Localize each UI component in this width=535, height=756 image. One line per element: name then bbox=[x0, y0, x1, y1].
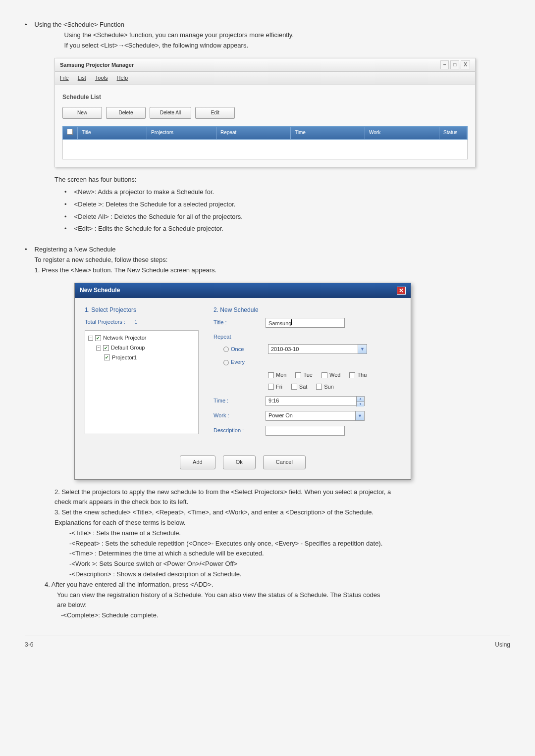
body-text: are below: bbox=[57, 600, 510, 610]
body-text: 2. Select the projectors to apply the ne… bbox=[54, 487, 510, 498]
tree-node[interactable]: Projector1 bbox=[112, 353, 137, 362]
body-text: To register a new schedule, follow these… bbox=[35, 255, 510, 265]
body-text: check mark appears in the check box to i… bbox=[54, 497, 510, 507]
status-item: -<Complete>: Schedule complete. bbox=[61, 610, 510, 621]
tue-checkbox[interactable] bbox=[295, 372, 301, 378]
new-button[interactable]: New bbox=[62, 107, 102, 119]
repeat-label: Repeat bbox=[214, 333, 258, 342]
sat-checkbox[interactable] bbox=[291, 384, 297, 390]
day-label: Sat bbox=[299, 383, 308, 392]
body-text: Using the <Schedule> function, you can m… bbox=[64, 30, 510, 41]
day-label: Thu bbox=[357, 371, 367, 380]
collapse-icon[interactable]: − bbox=[88, 336, 93, 341]
work-dropdown[interactable]: Power On ▼ bbox=[266, 411, 365, 421]
tree-node[interactable]: Network Projector bbox=[103, 334, 146, 343]
spinner-down-icon[interactable]: ▼ bbox=[356, 402, 364, 407]
bullet-icon: • bbox=[64, 200, 67, 210]
work-label: Work : bbox=[214, 411, 258, 420]
header-checkbox[interactable] bbox=[67, 129, 73, 135]
chevron-down-icon[interactable]: ▼ bbox=[355, 411, 364, 420]
page-number: 3-6 bbox=[25, 640, 33, 650]
col-repeat: Repeat bbox=[216, 127, 291, 139]
description-input[interactable] bbox=[266, 426, 345, 436]
day-label: Tue bbox=[303, 371, 313, 380]
total-projectors-value: 1 bbox=[134, 319, 137, 325]
total-projectors-label: Total Projectors : bbox=[85, 319, 125, 325]
minimize-icon[interactable]: – bbox=[440, 60, 449, 69]
list-item: <Edit> : Edits the Schedule for a Schedu… bbox=[74, 224, 223, 234]
delete-button[interactable]: Delete bbox=[106, 107, 146, 119]
thu-checkbox[interactable] bbox=[349, 372, 355, 378]
spinner-up-icon[interactable]: ▲ bbox=[356, 397, 364, 402]
tree-node[interactable]: Default Group bbox=[111, 344, 145, 353]
title-input[interactable]: Samsung bbox=[266, 318, 345, 328]
section-name: Using bbox=[495, 640, 510, 650]
menu-help[interactable]: Help bbox=[117, 74, 128, 83]
dialog-title-text: New Schedule bbox=[80, 286, 120, 295]
collapse-icon[interactable]: − bbox=[96, 346, 101, 351]
col-projectors: Projectors bbox=[147, 127, 216, 139]
select-projectors-heading: 1. Select Projectors bbox=[85, 305, 199, 315]
edit-button[interactable]: Edit bbox=[195, 107, 235, 119]
body-text: If you select <List>→<Schedule>, the fol… bbox=[64, 41, 510, 51]
schedule-list-window: Samsung Projector Manager – □ X File Lis… bbox=[54, 58, 476, 167]
description-label: Description : bbox=[214, 426, 258, 435]
sun-checkbox[interactable] bbox=[316, 384, 322, 390]
section-heading: Registering a New Schedule bbox=[35, 245, 510, 255]
bullet-icon: • bbox=[64, 224, 67, 234]
term-item: -<Title> : Sets the name of a Schedule. bbox=[69, 528, 510, 539]
new-schedule-heading: 2. New Schedule bbox=[214, 305, 401, 315]
table-body bbox=[62, 140, 468, 159]
time-label: Time : bbox=[214, 397, 258, 405]
menu-list[interactable]: List bbox=[78, 74, 86, 83]
col-time: Time bbox=[291, 127, 365, 139]
cancel-button[interactable]: Cancel bbox=[263, 455, 306, 469]
mon-checkbox[interactable] bbox=[268, 372, 274, 378]
list-item: <Delete All> : Deletes the Schedule for … bbox=[74, 212, 243, 222]
chevron-down-icon[interactable]: ▼ bbox=[358, 345, 367, 353]
close-icon[interactable]: X bbox=[461, 60, 470, 69]
every-radio[interactable] bbox=[223, 360, 229, 365]
maximize-icon[interactable]: □ bbox=[450, 60, 459, 69]
section-heading: Using the <Schedule> Function bbox=[35, 20, 510, 30]
window-title: Samsung Projector Manager bbox=[60, 61, 134, 70]
fri-checkbox[interactable] bbox=[268, 384, 274, 390]
col-status: Status bbox=[439, 127, 467, 139]
day-label: Mon bbox=[276, 371, 286, 380]
tree-checkbox[interactable]: ✔ bbox=[104, 354, 110, 360]
new-schedule-dialog: New Schedule ✕ 1. Select Projectors Tota… bbox=[74, 283, 411, 479]
title-label: Title : bbox=[214, 318, 258, 327]
table-header: Title Projectors Repeat Time Work Status bbox=[62, 126, 468, 140]
body-text: You can view the registration history of… bbox=[57, 590, 510, 601]
projector-tree[interactable]: − ✔ Network Projector − ✔ Default Group … bbox=[85, 330, 199, 434]
term-item: -<Work >: Sets Source switch or <Power O… bbox=[69, 559, 510, 569]
body-text: 4. After you have entered all the inform… bbox=[45, 580, 510, 590]
menu-tools[interactable]: Tools bbox=[95, 74, 108, 83]
body-text: 3. Set the <new schedule> <Title>, <Repe… bbox=[54, 507, 510, 518]
bullet-icon: • bbox=[64, 212, 67, 222]
ok-button[interactable]: Ok bbox=[223, 455, 256, 469]
date-dropdown[interactable]: 2010-03-10 ▼ bbox=[268, 344, 367, 354]
close-icon[interactable]: ✕ bbox=[397, 287, 406, 295]
col-title: Title bbox=[78, 127, 147, 139]
term-item: -<Repeat> : Sets the schedule repetition… bbox=[69, 539, 510, 549]
menu-file[interactable]: File bbox=[60, 74, 69, 83]
panel-title: Schedule List bbox=[62, 93, 468, 102]
delete-all-button[interactable]: Delete All bbox=[150, 107, 191, 119]
body-text: 1. Press the <New> button. The New Sched… bbox=[35, 265, 510, 276]
tree-checkbox[interactable]: ✔ bbox=[103, 345, 109, 351]
every-label: Every bbox=[231, 358, 245, 367]
add-button[interactable]: Add bbox=[180, 455, 215, 469]
time-spinner[interactable]: 9:16 ▲ ▼ bbox=[266, 396, 365, 406]
day-label: Wed bbox=[329, 371, 340, 380]
wed-checkbox[interactable] bbox=[321, 372, 327, 378]
list-item: <Delete >: Deletes the Schedule for a se… bbox=[74, 200, 236, 210]
day-label: Fri bbox=[276, 383, 282, 392]
term-item: -<Description> : Shows a detailed descri… bbox=[69, 569, 510, 580]
bullet-icon: • bbox=[25, 20, 27, 50]
once-radio[interactable] bbox=[223, 347, 229, 352]
tree-checkbox[interactable]: ✔ bbox=[95, 335, 101, 341]
day-label: Sun bbox=[324, 383, 334, 392]
list-item: <New>: Adds a projector to make a Schedu… bbox=[74, 187, 214, 198]
term-item: -<Time> : Determines the time at which a… bbox=[69, 549, 510, 559]
